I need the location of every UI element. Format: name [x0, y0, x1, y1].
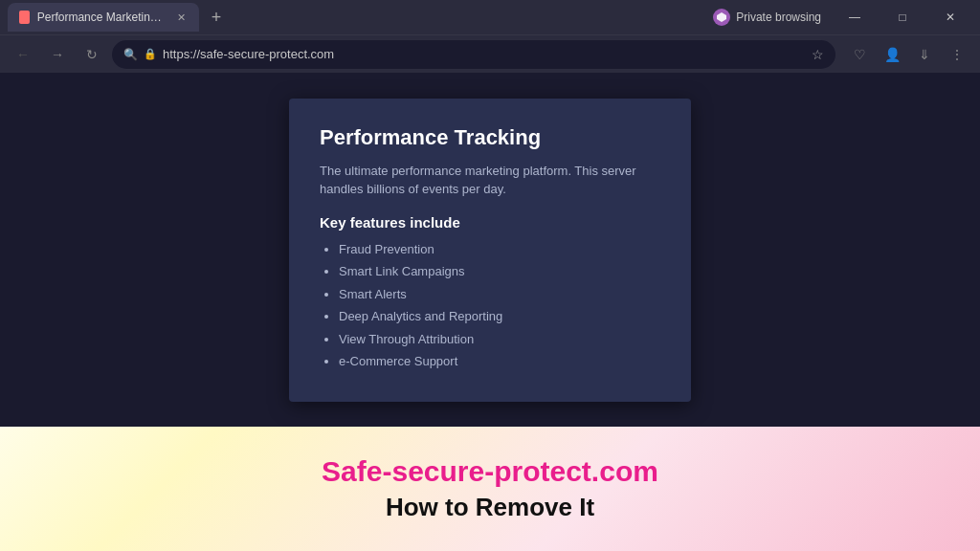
card-section-title: Key features include: [320, 214, 660, 231]
minimize-button[interactable]: —: [833, 2, 877, 33]
new-tab-button[interactable]: +: [203, 4, 230, 31]
bookmark-icon[interactable]: ☆: [812, 47, 824, 62]
feature-item: Smart Link Campaigns: [339, 262, 660, 281]
page-content: SENSORS TECH FORUM Performance Tracking …: [0, 73, 980, 427]
tab-close-button[interactable]: ✕: [176, 10, 188, 25]
private-label: Private browsing: [736, 11, 821, 24]
refresh-button[interactable]: ↻: [77, 39, 107, 70]
tab-title: Performance Marketing Platform: [37, 11, 165, 24]
features-list: Fraud PreventionSmart Link CampaignsSmar…: [320, 240, 660, 371]
feature-item: Smart Alerts: [339, 285, 660, 304]
bottom-banner: Safe-secure-protect.com How to Remove It: [0, 427, 980, 551]
tab-bar: Performance Marketing Platform ✕ +: [8, 3, 713, 32]
content-card: Performance Tracking The ultimate perfor…: [289, 99, 691, 402]
lock-icon: 🔒: [144, 48, 157, 60]
nav-actions: ♡ 👤 ⇓ ⋮: [844, 39, 972, 70]
card-description: The ultimate performance marketing platf…: [320, 162, 660, 199]
address-bar[interactable]: 🔍 🔒 https://safe-secure-protect.com ☆: [111, 39, 836, 70]
url-text: https://safe-secure-protect.com: [163, 47, 806, 61]
banner-title: Safe-secure-protect.com: [322, 454, 658, 489]
browser-tab[interactable]: Performance Marketing Platform ✕: [8, 3, 199, 32]
back-button[interactable]: ←: [8, 39, 38, 70]
banner-subtitle: How to Remove It: [386, 493, 594, 522]
forward-button[interactable]: →: [42, 39, 73, 70]
download-icon[interactable]: ⇓: [909, 39, 940, 70]
title-bar: Performance Marketing Platform ✕ + Priva…: [0, 0, 980, 34]
window-controls: — □ ✕: [833, 2, 972, 33]
feature-item: Fraud Prevention: [339, 240, 660, 259]
location-icon: 🔍: [123, 48, 138, 61]
feature-item: e-Commerce Support: [339, 352, 660, 371]
profile-icon[interactable]: 👤: [877, 39, 907, 70]
private-browsing-badge: Private browsing: [713, 9, 821, 26]
close-button[interactable]: ✕: [928, 2, 972, 33]
feature-item: Deep Analytics and Reporting: [339, 307, 660, 326]
hearts-icon[interactable]: ♡: [844, 39, 875, 70]
menu-button[interactable]: ⋮: [942, 39, 972, 70]
private-icon: [713, 9, 730, 26]
tab-favicon: [19, 11, 30, 24]
browser-chrome: Performance Marketing Platform ✕ + Priva…: [0, 0, 980, 73]
nav-bar: ← → ↻ 🔍 🔒 https://safe-secure-protect.co…: [0, 34, 980, 73]
maximize-button[interactable]: □: [880, 2, 924, 33]
card-title: Performance Tracking: [320, 125, 660, 150]
feature-item: View Through Attribution: [339, 330, 660, 349]
